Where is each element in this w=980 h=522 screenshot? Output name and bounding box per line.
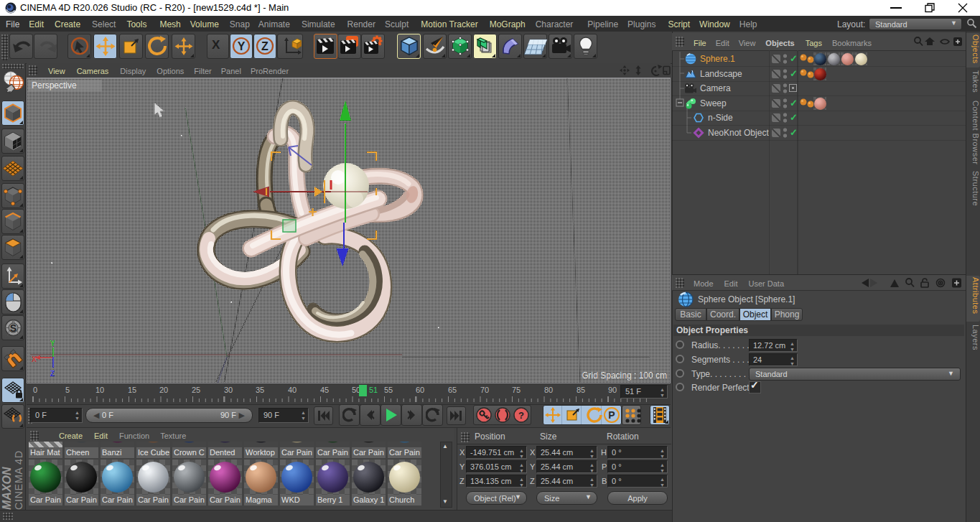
svg-text:55: 55: [384, 386, 393, 394]
svg-text:60: 60: [416, 386, 424, 394]
svg-text:5: 5: [65, 386, 70, 394]
svg-text:75: 75: [512, 386, 521, 394]
svg-text:80: 80: [544, 386, 553, 394]
svg-text:20: 20: [159, 386, 168, 394]
svg-text:65: 65: [448, 386, 457, 394]
svg-text:30: 30: [224, 386, 233, 394]
svg-text:45: 45: [320, 386, 329, 394]
svg-text:?: ?: [518, 410, 524, 421]
svg-text:10: 10: [95, 386, 104, 394]
svg-text:40: 40: [288, 386, 297, 394]
svg-text:35: 35: [256, 386, 264, 394]
svg-text:0: 0: [33, 386, 37, 394]
svg-text:51: 51: [369, 386, 378, 394]
svg-text:15: 15: [128, 386, 136, 394]
svg-text:90: 90: [608, 386, 617, 394]
svg-text:70: 70: [480, 386, 489, 394]
svg-text:85: 85: [577, 386, 585, 394]
svg-text:25: 25: [192, 386, 200, 394]
svg-text:Y: Y: [238, 40, 246, 52]
svg-text:S: S: [10, 322, 17, 334]
svg-text:Z: Z: [261, 40, 269, 52]
